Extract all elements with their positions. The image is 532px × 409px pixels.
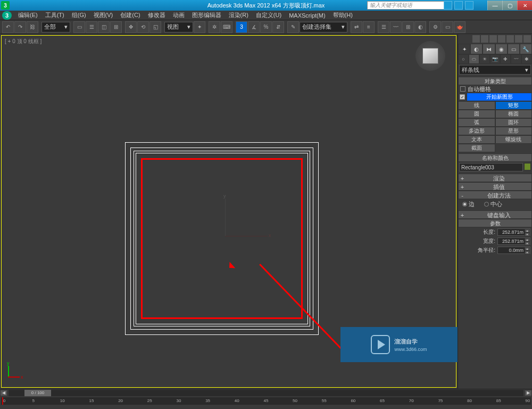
- menu-tools[interactable]: 工具(T): [42, 11, 68, 19]
- grow-icon[interactable]: [472, 35, 480, 43]
- snap-toggle-button[interactable]: 3: [236, 21, 247, 33]
- rollout-keyboard-entry[interactable]: +键盘输入: [458, 210, 532, 219]
- subtab-spacewarps[interactable]: 〰: [511, 54, 521, 64]
- menu-customize[interactable]: 自定义(U): [253, 11, 285, 19]
- named-selection-sets[interactable]: 创建选择集▾: [300, 22, 347, 32]
- rollout-name-color[interactable]: 名称和颜色: [458, 153, 532, 162]
- time-track[interactable]: 051015202530354045505560657075808590: [1, 397, 531, 405]
- close-button[interactable]: ✕: [517, 1, 532, 10]
- shape-rectangle[interactable]: 矩形: [495, 101, 533, 110]
- help-icon[interactable]: [454, 1, 463, 10]
- tab-display[interactable]: ▭: [508, 44, 520, 54]
- subtab-systems[interactable]: ✱: [521, 54, 532, 64]
- keyboard-shortcut-button[interactable]: ⌨: [221, 21, 232, 33]
- select-name-button[interactable]: ☰: [86, 21, 97, 33]
- shape-helix[interactable]: 螺旋线: [495, 135, 533, 144]
- shape-circle[interactable]: 圆: [458, 110, 495, 118]
- angle-snap-button[interactable]: ∡: [248, 21, 260, 33]
- shape-ngon[interactable]: 多边形: [458, 127, 495, 135]
- time-prev-button[interactable]: ◀: [0, 390, 7, 396]
- tab-create[interactable]: ✦: [458, 44, 470, 54]
- minimize-button[interactable]: —: [487, 1, 502, 10]
- tab-motion[interactable]: ◉: [495, 44, 508, 54]
- scale-button[interactable]: ◱: [149, 21, 161, 33]
- lock-icon[interactable]: [481, 35, 488, 43]
- ref-coord-system[interactable]: 视图▾: [164, 22, 193, 32]
- time-next-button[interactable]: ▶: [525, 390, 532, 396]
- shape-donut[interactable]: 圆环: [495, 118, 533, 127]
- corner-spinner[interactable]: ▲▼: [497, 247, 530, 254]
- radio-center[interactable]: 中心: [484, 200, 502, 208]
- redo-button[interactable]: ↷: [14, 21, 26, 33]
- window-crossing-button[interactable]: ⊞: [110, 21, 122, 33]
- menu-help[interactable]: 帮助(H): [330, 11, 356, 19]
- shape-category-dropdown[interactable]: 样条线▾: [459, 65, 531, 75]
- selection-filter[interactable]: 全部▾: [41, 22, 70, 32]
- edit-selection-set-button[interactable]: ✎: [287, 21, 299, 33]
- curve-editor-button[interactable]: 〰: [390, 21, 402, 33]
- object-name-field[interactable]: [459, 163, 523, 171]
- manipulate-button[interactable]: ✲: [209, 21, 220, 33]
- menu-maxscript[interactable]: MAXScript(M): [286, 12, 328, 19]
- tab-hierarchy[interactable]: ⧓: [483, 44, 495, 54]
- tool4-icon[interactable]: [523, 35, 531, 43]
- shape-line[interactable]: 线: [458, 101, 495, 110]
- tab-modify[interactable]: ◐: [470, 44, 483, 54]
- auto-grid-checkbox[interactable]: [460, 86, 466, 92]
- object-color-swatch[interactable]: [524, 163, 531, 170]
- render-production-button[interactable]: 🫖: [454, 21, 466, 33]
- shape-ellipse[interactable]: 椭圆: [495, 110, 533, 118]
- subtab-lights[interactable]: ☀: [479, 54, 490, 64]
- shape-arc[interactable]: 弧: [458, 118, 495, 127]
- select-region-button[interactable]: ◫: [98, 21, 110, 33]
- rotate-button[interactable]: ⟲: [137, 21, 149, 33]
- pin-icon[interactable]: [489, 35, 497, 43]
- tool1-icon[interactable]: [498, 35, 505, 43]
- start-new-shape-button[interactable]: 开始新图形: [467, 93, 532, 101]
- use-center-button[interactable]: ✦: [194, 21, 205, 33]
- maximize-button[interactable]: ▢: [502, 1, 517, 10]
- subtab-geometry[interactable]: ○: [458, 54, 469, 64]
- rollout-parameters[interactable]: 参数: [458, 219, 532, 227]
- select-object-button[interactable]: ▭: [73, 21, 85, 33]
- menu-group[interactable]: 组(G): [69, 11, 89, 19]
- undo-button[interactable]: ↶: [2, 21, 14, 33]
- subtab-cameras[interactable]: 📷: [490, 54, 501, 64]
- shape-text[interactable]: 文本: [458, 135, 495, 144]
- spinner-snap-button[interactable]: ⇵: [272, 21, 284, 33]
- viewcube[interactable]: [415, 41, 445, 71]
- menu-views[interactable]: 视图(V): [90, 11, 117, 19]
- tab-utilities[interactable]: 🔧: [520, 44, 532, 54]
- tool3-icon[interactable]: [515, 35, 522, 43]
- rollout-object-type[interactable]: 对象类型: [458, 77, 532, 85]
- viewport-label[interactable]: [ + 0 顶 0 线框 ]: [5, 38, 41, 45]
- menu-graph-editors[interactable]: 图形编辑器: [189, 11, 225, 19]
- layers-button[interactable]: ☰: [378, 21, 389, 33]
- rollout-creation-method[interactable]: -创建方法: [458, 191, 532, 199]
- shape-star[interactable]: 星形: [495, 127, 533, 135]
- radio-edge[interactable]: 边: [462, 200, 475, 208]
- favorite-icon[interactable]: [465, 1, 473, 10]
- width-spinner[interactable]: ▲▼: [497, 238, 530, 245]
- mirror-button[interactable]: ⇄: [351, 21, 362, 33]
- menu-animation[interactable]: 动画: [170, 11, 188, 19]
- length-spinner[interactable]: ▲▼: [497, 228, 530, 236]
- menu-rendering[interactable]: 渲染(R): [226, 11, 252, 19]
- render-setup-button[interactable]: ⚙: [429, 21, 441, 33]
- rendered-frame-button[interactable]: ▭: [442, 21, 453, 33]
- rollout-interpolation[interactable]: +插值: [458, 182, 532, 191]
- search-icon[interactable]: [444, 1, 452, 10]
- schematic-button[interactable]: ⊞: [402, 21, 414, 33]
- rollout-render[interactable]: +渲染: [458, 174, 532, 182]
- percent-snap-button[interactable]: %: [260, 21, 272, 33]
- menu-create[interactable]: 创建(C): [117, 11, 143, 19]
- app-menu-icon[interactable]: 3: [2, 11, 12, 20]
- search-input[interactable]: 输入关键字或短语: [367, 1, 447, 10]
- menu-modifiers[interactable]: 修改器: [145, 11, 169, 19]
- material-editor-button[interactable]: ◐: [414, 21, 426, 33]
- menu-edit[interactable]: 编辑(E): [15, 11, 41, 19]
- shape-section[interactable]: 截面: [458, 144, 495, 152]
- subtab-shapes[interactable]: ⬭: [469, 54, 479, 64]
- time-slider[interactable]: 0 / 100: [9, 390, 523, 396]
- viewport-area[interactable]: [ + 0 顶 0 线框 ] y x: [0, 34, 458, 389]
